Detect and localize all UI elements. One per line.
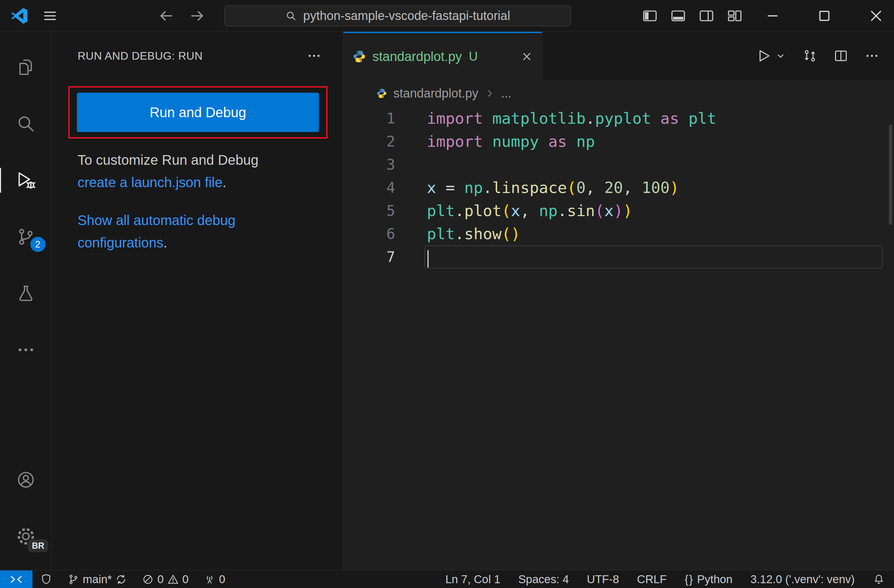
run-and-debug-panel: RUN AND DEBUG: RUN Run and Debug To cust… bbox=[52, 32, 343, 570]
vscode-window: python-sample-vscode-fastapi-tutorial bbox=[0, 0, 894, 588]
line-number: 7 bbox=[343, 246, 397, 268]
braces-icon: {} bbox=[685, 573, 694, 586]
create-launch-json-link[interactable]: create a launch.json file bbox=[78, 175, 222, 190]
error-count: 0 bbox=[157, 573, 163, 586]
menu-icon[interactable] bbox=[42, 8, 58, 24]
code-line[interactable]: 4x = np.linspace(0, 20, 100) bbox=[343, 176, 894, 199]
run-python-file-icon[interactable] bbox=[756, 48, 772, 64]
editor-scrollbar[interactable] bbox=[889, 125, 892, 225]
code-line[interactable]: 2import numpy as np bbox=[343, 130, 894, 153]
warning-count: 0 bbox=[183, 573, 189, 586]
code-text[interactable]: import numpy as np bbox=[397, 130, 894, 153]
maximize-icon[interactable] bbox=[815, 7, 833, 25]
annotation-highlight-box: Run and Debug bbox=[68, 86, 328, 139]
line-number: 3 bbox=[343, 153, 397, 176]
text-cursor bbox=[427, 250, 429, 267]
code-text[interactable]: import matplotlib.pyplot as plt bbox=[397, 107, 894, 130]
go-forward-button[interactable] bbox=[189, 8, 205, 24]
run-options-chevron-down-icon[interactable] bbox=[775, 50, 787, 62]
open-changes-icon[interactable] bbox=[802, 48, 817, 63]
layout-customize-icon[interactable] bbox=[726, 8, 743, 24]
language-mode-button[interactable]: {} Python bbox=[676, 570, 741, 588]
breadcrumb-file[interactable]: standardplot.py bbox=[393, 86, 478, 101]
tab-close-icon[interactable] bbox=[521, 50, 533, 63]
code-text[interactable]: x = np.linspace(0, 20, 100) bbox=[397, 176, 894, 199]
cursor-position-button[interactable]: Ln 7, Col 1 bbox=[436, 570, 510, 588]
line-number: 1 bbox=[343, 107, 397, 130]
line-number: 2 bbox=[343, 130, 397, 153]
code-text[interactable]: plt.plot(x, np.sin(x)) bbox=[397, 199, 894, 222]
code-editor[interactable]: 1import matplotlib.pyplot as plt2import … bbox=[343, 107, 894, 268]
testing-icon[interactable] bbox=[0, 282, 52, 305]
line-number: 6 bbox=[343, 222, 397, 246]
branch-name: main* bbox=[83, 573, 112, 586]
encoding-button[interactable]: UTF-8 bbox=[578, 570, 628, 588]
problems-button[interactable]: 0 0 bbox=[134, 570, 196, 588]
code-line[interactable]: 3 bbox=[343, 153, 894, 176]
auto-configs-text: Show all automatic debug configurations. bbox=[78, 209, 317, 254]
layout-sidebar-right-icon[interactable] bbox=[698, 8, 715, 24]
line-number: 5 bbox=[343, 199, 397, 222]
tab-bar: standardplot.py U bbox=[343, 32, 894, 80]
panel-title: RUN AND DEBUG: RUN bbox=[78, 50, 203, 62]
language-name: Python bbox=[697, 573, 732, 586]
code-line[interactable]: 1import matplotlib.pyplot as plt bbox=[343, 107, 894, 130]
layout-sidebar-left-icon[interactable] bbox=[642, 8, 658, 24]
breadcrumb[interactable]: standardplot.py ... bbox=[343, 80, 894, 107]
error-icon bbox=[142, 573, 154, 585]
eol-button[interactable]: CRLF bbox=[628, 570, 676, 588]
breadcrumb-symbol-more[interactable]: ... bbox=[501, 86, 511, 101]
customize-hint-text: To customize Run and Debug create a laun… bbox=[78, 149, 317, 194]
radio-tower-icon bbox=[204, 573, 216, 585]
bell-icon bbox=[873, 573, 885, 586]
run-and-debug-button[interactable]: Run and Debug bbox=[77, 93, 319, 132]
search-text: python-sample-vscode-fastapi-tutorial bbox=[303, 9, 510, 23]
remote-indicator-button[interactable] bbox=[0, 570, 32, 588]
git-branch-button[interactable]: main* bbox=[60, 570, 134, 588]
account-icon[interactable] bbox=[0, 469, 52, 491]
editor-group: standardplot.py U bbox=[343, 32, 894, 570]
activity-bar: 2 BR bbox=[0, 32, 52, 570]
code-line[interactable]: 6plt.show() bbox=[343, 222, 894, 246]
notifications-button[interactable] bbox=[864, 570, 894, 588]
more-views-icon[interactable] bbox=[0, 339, 52, 361]
code-line[interactable]: 5plt.plot(x, np.sin(x)) bbox=[343, 199, 894, 222]
status-bar: main* 0 0 0 Ln 7, Col 1 Spaces: 4 UTF-8 … bbox=[0, 570, 894, 588]
python-file-icon bbox=[376, 88, 387, 99]
layout-panel-icon[interactable] bbox=[670, 8, 686, 24]
settings-gear-icon[interactable]: BR bbox=[0, 525, 52, 547]
ports-button[interactable]: 0 bbox=[196, 570, 233, 588]
views-more-actions-icon[interactable] bbox=[307, 48, 322, 63]
code-line[interactable]: 7 bbox=[343, 246, 894, 268]
shield-icon bbox=[40, 573, 53, 586]
code-text[interactable]: plt.show() bbox=[397, 222, 894, 246]
remote-icon bbox=[10, 573, 23, 586]
indentation-button[interactable]: Spaces: 4 bbox=[509, 570, 578, 588]
search-icon bbox=[285, 10, 297, 22]
tab-standardplot[interactable]: standardplot.py U bbox=[343, 32, 542, 80]
chevron-right-icon bbox=[485, 88, 495, 99]
go-back-button[interactable] bbox=[158, 8, 174, 24]
ports-count: 0 bbox=[219, 573, 225, 586]
show-debug-configurations-link[interactable]: Show all automatic debug configurations bbox=[78, 213, 236, 250]
command-center-search[interactable]: python-sample-vscode-fastapi-tutorial bbox=[225, 6, 571, 26]
profile-badge[interactable]: BR bbox=[27, 539, 48, 553]
code-text[interactable] bbox=[397, 153, 894, 176]
split-editor-icon[interactable] bbox=[833, 48, 849, 63]
python-interpreter-button[interactable]: 3.12.0 ('.venv': venv) bbox=[741, 570, 864, 588]
sync-icon bbox=[115, 573, 127, 585]
search-view-icon[interactable] bbox=[0, 113, 52, 135]
warning-icon bbox=[167, 573, 179, 585]
tab-label: standardplot.py bbox=[372, 49, 462, 64]
line-number: 4 bbox=[343, 176, 397, 199]
explorer-icon[interactable] bbox=[0, 56, 52, 78]
run-and-debug-icon[interactable] bbox=[0, 169, 52, 191]
code-text[interactable] bbox=[424, 246, 883, 268]
more-actions-icon[interactable] bbox=[864, 48, 879, 63]
git-status-untracked: U bbox=[469, 49, 478, 64]
close-icon[interactable] bbox=[867, 7, 885, 25]
git-branch-icon bbox=[68, 573, 79, 585]
source-control-icon[interactable]: 2 bbox=[0, 226, 52, 248]
minimize-icon[interactable] bbox=[764, 7, 782, 25]
workspace-trust-button[interactable] bbox=[32, 570, 60, 588]
